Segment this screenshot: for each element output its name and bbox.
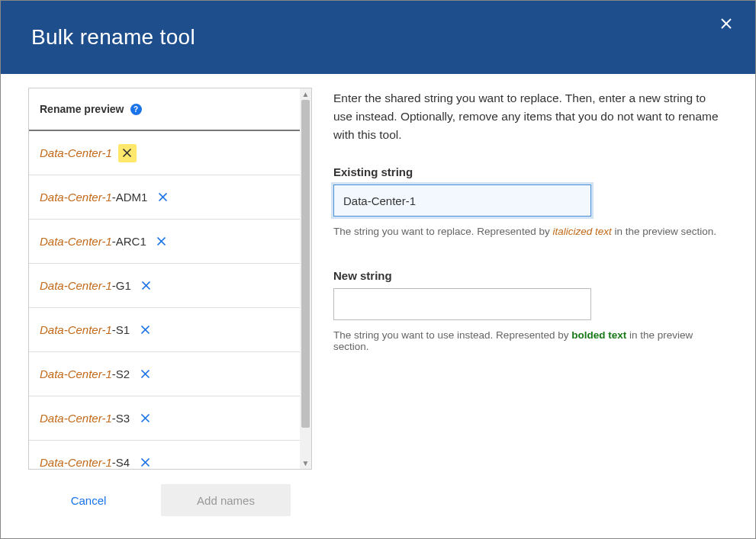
modal-title: Bulk rename tool [31,25,195,50]
preview-item: Data-Center-1-S3 [29,396,300,441]
preview-inner: Rename preview ? Data-Center-1Data-Cente… [29,88,300,469]
preview-item-name: Data-Center-1-S3 [40,412,130,425]
preview-item-match: Data-Center-1 [40,235,112,248]
preview-item-suffix: -ARC1 [112,235,146,248]
remove-item-button[interactable] [136,365,154,383]
preview-item-suffix: -S4 [112,456,130,469]
new-string-help: The string you want to use instead. Repr… [333,329,728,352]
close-icon [140,457,151,468]
remove-item-button[interactable] [136,321,154,339]
close-icon [157,191,169,203]
scrollbar-arrow-down-icon[interactable]: ▼ [300,457,311,469]
new-help-prefix: The string you want to use instead. Repr… [333,329,571,341]
preview-item-name: Data-Center-1-ARC1 [40,235,146,248]
new-string-input[interactable] [333,288,591,320]
form-column: Enter the shared string you want to repl… [333,88,728,470]
remove-item-button[interactable] [137,277,156,295]
preview-item-match: Data-Center-1 [40,412,112,425]
scrollbar-thumb[interactable] [301,100,310,428]
existing-string-field: Existing string The string you want to r… [333,165,728,237]
close-icon [140,412,151,424]
instruction-text: Enter the shared string you want to repl… [333,89,728,144]
close-icon [156,236,167,247]
existing-help-prefix: The string you want to replace. Represen… [333,226,552,237]
scrollbar-arrow-up-icon[interactable]: ▲ [300,88,311,100]
preview-item-suffix: -ADM1 [112,191,148,204]
help-icon[interactable]: ? [130,104,142,115]
preview-item: Data-Center-1-ARC1 [29,220,300,264]
preview-item-suffix: -S1 [112,323,130,336]
modal-body: Rename preview ? Data-Center-1Data-Cente… [1,74,755,470]
preview-panel: Rename preview ? Data-Center-1Data-Cente… [28,88,312,470]
preview-item: Data-Center-1 [29,131,300,175]
close-button[interactable] [716,13,737,34]
preview-item-match: Data-Center-1 [40,279,112,292]
preview-item: Data-Center-1-S4 [29,441,300,469]
preview-item: Data-Center-1-G1 [29,264,300,308]
close-icon [140,368,151,380]
bolded-text-label: bolded text [571,329,626,341]
preview-item-match: Data-Center-1 [40,323,112,336]
remove-item-button[interactable] [153,233,171,251]
remove-item-button[interactable] [136,454,154,470]
preview-item: Data-Center-1-S1 [29,308,300,352]
preview-column: Rename preview ? Data-Center-1Data-Cente… [28,88,312,470]
preview-item-name: Data-Center-1-S2 [40,367,130,380]
remove-item-button[interactable] [118,144,137,162]
preview-item-name: Data-Center-1 [40,146,112,159]
italicized-text-label: italicized text [552,226,611,237]
preview-item-match: Data-Center-1 [40,367,112,380]
remove-item-button[interactable] [153,188,172,207]
close-icon [719,17,733,30]
preview-item-match: Data-Center-1 [40,191,112,204]
remove-item-button[interactable] [136,409,154,428]
preview-scrollbar[interactable]: ▲ ▼ [300,88,311,469]
close-icon [140,324,151,335]
new-string-field: New string The string you want to use in… [333,269,728,352]
preview-list: Data-Center-1Data-Center-1-ADM1Data-Cent… [29,131,300,469]
existing-help-suffix: in the preview section. [612,226,716,237]
preview-item-suffix: -G1 [112,279,131,292]
preview-item-name: Data-Center-1-ADM1 [40,191,147,204]
preview-item-name: Data-Center-1-S1 [40,323,130,336]
preview-item-suffix: -S3 [112,412,130,425]
modal-footer: Cancel Add names [1,470,755,538]
preview-item-name: Data-Center-1-S4 [40,456,130,469]
preview-item-match: Data-Center-1 [40,456,112,469]
new-string-label: New string [333,269,728,282]
close-icon [140,280,152,291]
existing-string-help: The string you want to replace. Represen… [333,226,728,237]
bulk-rename-modal: Bulk rename tool Rename preview ? Data-C… [0,0,756,539]
cancel-button[interactable]: Cancel [39,484,138,516]
existing-string-input[interactable] [333,184,591,217]
preview-item: Data-Center-1-S2 [29,352,300,396]
add-names-button[interactable]: Add names [161,484,291,516]
existing-string-label: Existing string [333,165,728,178]
modal-header: Bulk rename tool [1,1,755,74]
preview-item: Data-Center-1-ADM1 [29,175,300,220]
preview-heading-text: Rename preview [40,103,124,115]
preview-header: Rename preview ? [29,88,300,131]
close-icon [121,147,133,159]
preview-item-name: Data-Center-1-G1 [40,279,131,292]
preview-item-suffix: -S2 [112,367,130,380]
preview-item-match: Data-Center-1 [40,146,112,159]
